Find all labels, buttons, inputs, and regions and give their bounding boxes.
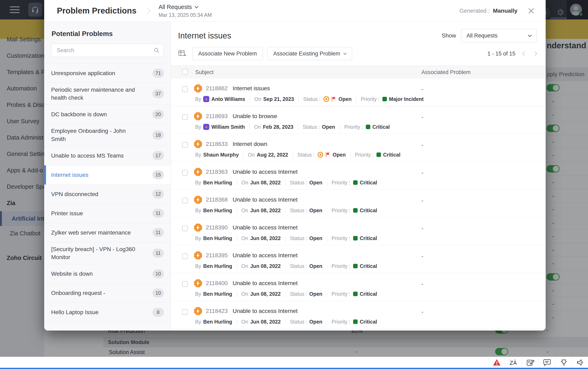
request-subject[interactable]: Unable to access Internet <box>233 308 298 314</box>
potential-problem-item[interactable]: VPN disconnected 12 <box>44 184 171 204</box>
status-value: Open <box>309 180 323 186</box>
potential-problem-item[interactable]: Hello Laptop Issue 8 <box>44 303 171 322</box>
associate-existing-problem-button[interactable]: Associate Existing Problem <box>267 47 352 60</box>
request-id[interactable]: 2118400 <box>206 280 228 287</box>
potential-problem-item[interactable]: Printer issue 11 <box>44 204 171 223</box>
request-subject[interactable]: Unable to access Internet <box>233 169 298 175</box>
alert-triangle-icon <box>493 358 501 367</box>
request-row[interactable]: 2118693 Unable to browse By ★ William Sm… <box>171 106 546 134</box>
priority-color-icon <box>353 236 358 240</box>
request-subject[interactable]: Internet down <box>233 141 267 147</box>
request-id[interactable]: 2118423 <box>206 308 228 314</box>
request-subject[interactable]: Unable to access Internet <box>233 280 298 287</box>
associated-problem-value: - <box>421 142 423 148</box>
alert-button[interactable] <box>488 357 505 368</box>
status-value: Open <box>309 207 323 214</box>
pagination-next-icon[interactable] <box>533 51 537 56</box>
request-row[interactable]: 2118862 Internet issues By ★ Anto Willia… <box>171 78 546 106</box>
select-all-checkbox[interactable] <box>182 69 188 75</box>
priority-color-icon <box>353 292 358 296</box>
potential-problem-item[interactable]: [Security breach] - VPN - Log360 Monitor… <box>44 242 171 264</box>
request-meta: By ★ Ben Hurling On Jun 08, 2022 Status … <box>195 235 377 242</box>
potential-problems-panel: Potential Problems Unresponsive applicat… <box>44 22 171 330</box>
request-id[interactable]: 2118368 <box>206 196 228 203</box>
potential-problem-item[interactable]: Website is down 10 <box>44 264 171 283</box>
request-row[interactable]: 2118395 Unable to access Internet By ★ B… <box>171 245 546 273</box>
add-column-icon[interactable] <box>178 49 187 58</box>
request-row[interactable]: 2118633 Internet down By ★ Shaun Murphy … <box>171 134 546 162</box>
potential-problem-item[interactable]: Unresponsive application 71 <box>44 64 171 83</box>
priority-color-icon <box>353 208 358 213</box>
problem-count-badge: 18 <box>152 131 164 140</box>
lightbulb-icon <box>560 358 568 367</box>
search-input[interactable] <box>51 44 163 57</box>
potential-problem-item[interactable]: Onboarding request - 10 <box>44 283 171 303</box>
chevron-down-icon <box>343 51 347 55</box>
incident-icon <box>194 279 202 288</box>
request-meta: By ★ Ben Hurling On Jun 08, 2022 Status … <box>195 263 377 269</box>
chat-button[interactable] <box>538 357 555 368</box>
row-checkbox[interactable] <box>182 253 188 259</box>
request-meta: By ★ William Smith On Feb 28, 2023 Statu… <box>195 124 390 130</box>
priority-color-icon <box>353 264 358 268</box>
row-checkbox[interactable] <box>182 114 188 120</box>
selected-problem-title: Internet issues <box>178 31 231 40</box>
show-requests-select[interactable]: All Requests <box>461 29 537 42</box>
request-subject[interactable]: Unable to access Internet <box>233 224 298 231</box>
priority-value: Critical <box>360 207 377 214</box>
priority-color-icon <box>353 319 358 324</box>
problem-count-badge: 10 <box>152 288 164 297</box>
request-meta: By ★ Ben Hurling On Jun 08, 2022 Status … <box>195 207 377 214</box>
problem-label: Hello Laptop Issue <box>51 308 99 316</box>
request-id[interactable]: 2118862 <box>206 85 228 92</box>
row-checkbox[interactable] <box>182 170 188 176</box>
idea-button[interactable] <box>555 357 572 368</box>
row-checkbox[interactable] <box>182 198 188 204</box>
request-row[interactable]: 2118363 Unable to access Internet By ★ B… <box>171 162 546 190</box>
request-subject[interactable]: Internet issues <box>233 85 270 92</box>
potential-problem-item[interactable]: Zylker web server maintenance 11 <box>44 223 171 242</box>
row-checkbox[interactable] <box>182 281 188 287</box>
row-checkbox[interactable] <box>182 226 188 231</box>
request-id[interactable]: 2118390 <box>206 224 228 231</box>
announce-button[interactable] <box>572 357 588 368</box>
row-checkbox[interactable] <box>182 309 188 315</box>
view-selector[interactable]: All Requests Mar 13, 2025 05:34 AM <box>159 4 212 18</box>
pagination-prev-icon[interactable] <box>522 51 527 56</box>
request-row[interactable]: 2118423 Unable to access Internet By ★ B… <box>171 301 546 329</box>
requester-name: Ben Hurling <box>203 319 232 325</box>
problem-label: Periodic server maintenance and health c… <box>51 86 141 102</box>
request-subject[interactable]: Unable to access Internet <box>233 252 298 259</box>
incident-icon <box>194 112 202 121</box>
potential-problem-item[interactable]: Periodic server maintenance and health c… <box>44 83 171 105</box>
request-subject[interactable]: Unable to access Internet <box>233 196 298 203</box>
requester-name: Ben Hurling <box>203 207 232 214</box>
potential-problem-item[interactable]: Unable to access MS Teams 17 <box>44 146 171 165</box>
potential-problem-item[interactable]: Employee Onboarding - John Smith 18 <box>44 124 171 146</box>
request-id[interactable]: 2118363 <box>206 169 228 175</box>
requester-name: Anto Williams <box>211 96 245 102</box>
row-checkbox[interactable] <box>182 86 188 92</box>
problem-predictions-modal: Problem Predictions All Requests Mar 13,… <box>44 0 546 330</box>
request-id[interactable]: 2118693 <box>206 113 228 120</box>
associate-new-problem-button[interactable]: Associate New Problem <box>192 47 263 60</box>
zia-button[interactable] <box>505 357 522 368</box>
priority-color-icon <box>366 125 370 129</box>
potential-problem-item[interactable]: Internet issues 15 <box>44 165 171 184</box>
request-row[interactable]: 2118390 Unable to access Internet By ★ B… <box>171 217 546 245</box>
bottom-toolbar <box>0 357 588 368</box>
incident-icon <box>194 84 202 93</box>
request-row[interactable]: 2118400 Unable to access Internet By ★ B… <box>171 273 546 301</box>
compose-button[interactable] <box>522 357 538 368</box>
problem-count-badge: 20 <box>152 110 164 119</box>
potential-problem-item[interactable]: DC backbone is down 20 <box>44 105 171 124</box>
request-subject[interactable]: Unable to browse <box>233 113 277 120</box>
request-row[interactable]: 2118368 Unable to access Internet By ★ B… <box>171 190 546 217</box>
problem-count-badge: 71 <box>152 69 164 78</box>
request-date: Feb 28, 2023 <box>263 124 293 130</box>
request-id[interactable]: 2118395 <box>206 252 228 259</box>
request-id[interactable]: 2118633 <box>206 141 228 147</box>
priority-color-icon <box>353 180 358 185</box>
close-button[interactable] <box>528 8 534 14</box>
row-checkbox[interactable] <box>182 142 188 148</box>
